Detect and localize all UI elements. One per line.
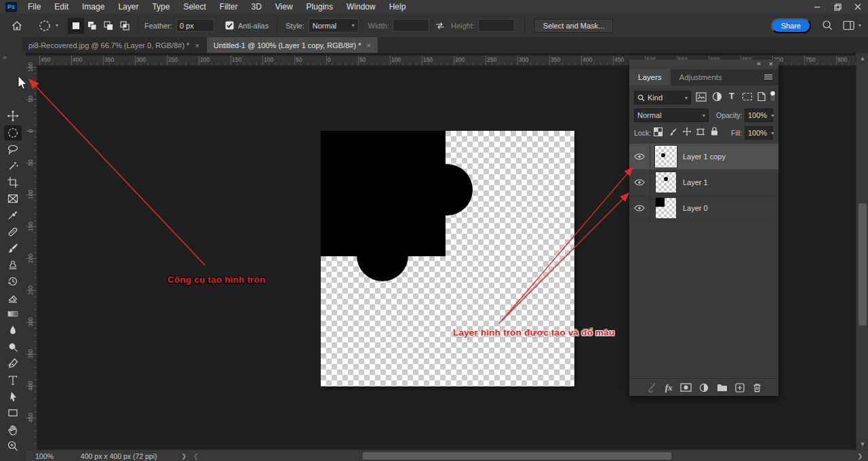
lock-all-icon[interactable] — [710, 126, 719, 136]
search-icon[interactable] — [822, 20, 833, 31]
more-tools-icon[interactable] — [4, 456, 22, 461]
new-selection-mode-button[interactable] — [68, 18, 84, 34]
rectangle-tool[interactable] — [4, 405, 22, 420]
workspace-switcher-icon[interactable]: ▾ — [843, 20, 861, 31]
add-layer-mask-icon[interactable] — [680, 383, 692, 392]
blend-mode-select[interactable]: Normal ▾ — [634, 108, 709, 122]
lock-artboard-icon[interactable] — [696, 127, 705, 136]
layer-thumbnail[interactable] — [656, 172, 676, 193]
swap-dimensions-icon[interactable] — [435, 21, 446, 31]
blur-tool[interactable] — [4, 323, 22, 338]
lock-position-icon[interactable] — [682, 127, 692, 136]
minimize-button[interactable] — [807, 0, 827, 14]
clone-stamp-tool[interactable] — [4, 257, 22, 272]
feather-input[interactable] — [176, 19, 214, 32]
filter-toggle-switch[interactable] — [770, 90, 776, 102]
elliptical-marquee-tool[interactable] — [4, 125, 22, 140]
lock-pixels-icon[interactable] — [669, 127, 677, 136]
layer-row-layer-0[interactable]: Layer 0 — [629, 195, 778, 222]
intersect-selection-mode-button[interactable] — [117, 18, 133, 34]
menu-window[interactable]: Window — [340, 0, 382, 14]
menu-help[interactable]: Help — [382, 0, 413, 14]
toolbar-collapse-icon[interactable]: » — [3, 54, 7, 61]
layer-effects-icon[interactable]: fx — [665, 382, 673, 393]
crop-tool[interactable] — [4, 175, 22, 190]
panel-close-icon[interactable]: × — [769, 60, 773, 68]
layer-thumbnail[interactable] — [656, 146, 676, 167]
gradient-tool[interactable] — [4, 306, 22, 321]
lasso-tool[interactable] — [4, 142, 22, 157]
select-and-mask-button[interactable]: Select and Mask... — [534, 19, 614, 33]
layer-name[interactable]: Layer 1 — [683, 178, 708, 186]
zoom-level[interactable]: 100% — [35, 452, 54, 460]
filter-shape-layers-icon[interactable] — [742, 92, 753, 101]
tab-layers[interactable]: Layers — [629, 69, 671, 85]
visibility-toggle[interactable] — [629, 144, 650, 169]
layer-name[interactable]: Layer 1 copy — [683, 153, 726, 161]
filter-smart-objects-icon[interactable] — [757, 92, 766, 102]
new-layer-icon[interactable] — [735, 383, 745, 393]
menu-filter[interactable]: Filter — [213, 0, 245, 14]
document-tab-inactive[interactable]: pi8-Recovered.jpg @ 66.7% (Layer 0, RGB/… — [22, 37, 207, 53]
filter-adjustment-layers-icon[interactable] — [712, 92, 722, 102]
status-prev-icon[interactable]: ❮ — [193, 453, 199, 460]
link-layers-icon[interactable] — [646, 383, 657, 393]
subtract-from-selection-mode-button[interactable] — [100, 18, 117, 34]
fill-select[interactable]: 100% ▾ — [745, 126, 773, 140]
status-next-icon[interactable]: ❯ — [182, 453, 187, 460]
restore-button[interactable] — [827, 0, 848, 14]
menu-select[interactable]: Select — [176, 0, 212, 14]
quick-selection-tool[interactable] — [4, 159, 22, 174]
delete-layer-icon[interactable] — [753, 383, 762, 393]
close-window-button[interactable] — [848, 0, 868, 14]
menu-3d[interactable]: 3D — [244, 0, 268, 14]
vertical-scrollbar[interactable]: ▲ ▼ — [856, 53, 868, 449]
panel-collapse-icon[interactable]: « — [757, 59, 761, 67]
dodge-tool[interactable] — [4, 340, 22, 355]
canvas[interactable] — [321, 131, 574, 386]
layer-thumbnail[interactable] — [656, 198, 676, 218]
menu-file[interactable]: File — [21, 0, 47, 14]
move-tool[interactable] — [4, 108, 22, 123]
anti-alias-checkbox[interactable]: Anti-alias — [225, 21, 269, 30]
style-select[interactable]: Normal ▾ — [309, 18, 359, 33]
filter-type-layers-icon[interactable]: T — [729, 91, 734, 101]
history-brush-tool[interactable] — [4, 274, 22, 289]
visibility-toggle[interactable] — [629, 195, 650, 221]
visibility-toggle[interactable] — [629, 169, 650, 195]
eraser-tool[interactable] — [4, 290, 22, 305]
menu-plugins[interactable]: Plugins — [300, 0, 340, 14]
hand-tool[interactable] — [4, 422, 22, 437]
pen-tool[interactable] — [4, 356, 22, 371]
scroll-up-icon[interactable]: ▲ — [856, 55, 868, 62]
add-to-selection-mode-button[interactable] — [84, 18, 100, 34]
panel-menu-icon[interactable] — [764, 74, 773, 81]
healing-brush-tool[interactable] — [4, 224, 22, 239]
filter-pixel-layers-icon[interactable] — [696, 92, 707, 102]
scroll-down-icon[interactable]: ▼ — [856, 441, 868, 447]
height-input[interactable] — [478, 19, 515, 32]
opacity-select[interactable]: 100% ▾ — [745, 108, 773, 122]
type-tool[interactable] — [4, 373, 22, 388]
home-icon[interactable] — [11, 20, 23, 32]
vertical-scrollbar-thumb[interactable] — [859, 203, 867, 325]
share-button[interactable]: Share — [771, 18, 811, 33]
layer-name[interactable]: Layer 0 — [683, 204, 708, 212]
width-input[interactable] — [393, 19, 429, 32]
lock-transparency-icon[interactable] — [654, 127, 663, 136]
menu-view[interactable]: View — [269, 0, 300, 14]
horizontal-scrollbar-thumb[interactable] — [363, 452, 671, 460]
new-group-icon[interactable] — [717, 383, 728, 392]
filter-kind-select[interactable]: Kind ▾ — [634, 91, 691, 104]
menu-type[interactable]: Type — [145, 0, 176, 14]
document-tab-active[interactable]: Untitled-1 @ 100% (Layer 1 copy, RGB/8#)… — [207, 37, 378, 53]
menu-edit[interactable]: Edit — [47, 0, 75, 14]
menu-image[interactable]: Image — [75, 0, 111, 14]
tab-close-icon[interactable]: × — [195, 41, 199, 49]
frame-tool[interactable] — [4, 191, 22, 206]
layer-row-layer-1-copy[interactable]: Layer 1 copy — [629, 144, 778, 170]
path-selection-tool[interactable] — [4, 389, 22, 404]
tab-close-icon[interactable]: × — [366, 41, 370, 49]
tab-adjustments[interactable]: Adjustments — [671, 69, 731, 85]
status-right-icon[interactable]: ❯ — [857, 453, 863, 460]
